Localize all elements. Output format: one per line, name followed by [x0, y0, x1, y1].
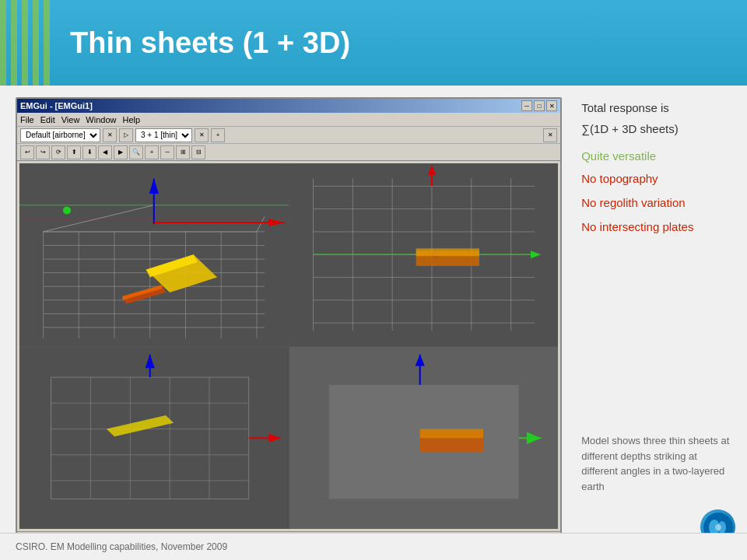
tb2-btn-6[interactable]: ◀ — [98, 145, 112, 159]
svg-point-25 — [63, 207, 71, 215]
window-titlebar: EMGui - [EMGui1] ─ □ ✕ — [17, 99, 560, 113]
menu-window[interactable]: Window — [86, 115, 116, 124]
toolbar-btn-2[interactable]: ▷ — [119, 128, 133, 142]
window-menubar: File Edit View Window Help — [17, 113, 560, 127]
toolbar-2: ↩ ↪ ⟳ ⬆ ⬇ ◀ ▶ 🔍 + ─ ⊞ ⊟ — [17, 144, 560, 161]
thin-dropdown[interactable]: 3 + 1 [thin] — [135, 128, 192, 142]
menu-file[interactable]: File — [20, 115, 34, 124]
airborne-dropdown[interactable]: Default [airborne] — [20, 128, 100, 142]
feature-topography: No topography — [581, 170, 735, 187]
toolbar-btn-1[interactable]: ✕ — [103, 128, 117, 142]
maximize-button[interactable]: □ — [534, 100, 545, 111]
close-button[interactable]: ✕ — [546, 100, 557, 111]
tb2-btn-9[interactable]: + — [145, 145, 159, 159]
window-controls: ─ □ ✕ — [521, 100, 557, 111]
tb2-btn-11[interactable]: ⊞ — [176, 145, 190, 159]
svg-rect-51 — [19, 347, 289, 530]
viewport-grid — [19, 163, 558, 529]
toolbar-btn-4[interactable]: + — [211, 128, 225, 142]
tb2-btn-12[interactable]: ⊟ — [191, 145, 205, 159]
tb2-btn-1[interactable]: ↩ — [20, 145, 34, 159]
feature-intersecting: No intersecting plates — [581, 219, 735, 235]
page-title: Thin sheets (1 + 3D) — [70, 26, 350, 60]
header-stripe — [0, 0, 54, 86]
header: Thin sheets (1 + 3D) — [0, 0, 747, 86]
toolbar-1: Default [airborne] ✕ ▷ 3 + 1 [thin] ✕ + … — [17, 127, 560, 144]
menu-view[interactable]: View — [61, 115, 80, 124]
svg-point-77 — [715, 524, 721, 530]
emgui-window: EMGui - [EMGui1] ─ □ ✕ File Edit View Wi… — [16, 97, 562, 548]
main-content: EMGui - [EMGui1] ─ □ ✕ File Edit View Wi… — [0, 86, 747, 560]
tb2-btn-7[interactable]: ▶ — [114, 145, 128, 159]
tb2-btn-4[interactable]: ⬆ — [67, 145, 81, 159]
viewport-3d-perspective[interactable] — [19, 163, 289, 346]
tb2-btn-2[interactable]: ↪ — [36, 145, 50, 159]
tb2-btn-5[interactable]: ⬇ — [82, 145, 96, 159]
svg-rect-50 — [416, 248, 479, 256]
total-response-label: Total response is — [581, 101, 735, 114]
viewport-top[interactable] — [19, 347, 289, 530]
feature-versatile: Quite versatile — [581, 149, 735, 163]
minimize-button[interactable]: ─ — [521, 100, 532, 111]
footer: CSIRO. EM Modelling capabilities, Novemb… — [0, 533, 747, 560]
tb2-btn-8[interactable]: 🔍 — [129, 145, 143, 159]
tb2-btn-3[interactable]: ⟳ — [51, 145, 65, 159]
footer-text: CSIRO. EM Modelling capabilities, Novemb… — [16, 541, 227, 552]
viewport-front[interactable] — [289, 163, 559, 346]
model-description: Model shows three thin sheets at differe… — [581, 433, 735, 494]
toolbar-btn-close[interactable]: ✕ — [543, 128, 557, 142]
viewport-side[interactable] — [289, 347, 559, 530]
toolbar-btn-3[interactable]: ✕ — [195, 128, 209, 142]
formula-label: ∑(1D + 3D sheets) — [581, 122, 735, 135]
svg-rect-73 — [419, 429, 482, 438]
feature-regolith: No regolith variation — [581, 194, 735, 211]
window-title: EMGui - [EMGui1] — [20, 101, 93, 110]
right-panel: Total response is ∑(1D + 3D sheets) Quit… — [570, 86, 747, 560]
tb2-btn-10[interactable]: ─ — [160, 145, 174, 159]
menu-help[interactable]: Help — [122, 115, 140, 124]
menu-edit[interactable]: Edit — [40, 115, 55, 124]
